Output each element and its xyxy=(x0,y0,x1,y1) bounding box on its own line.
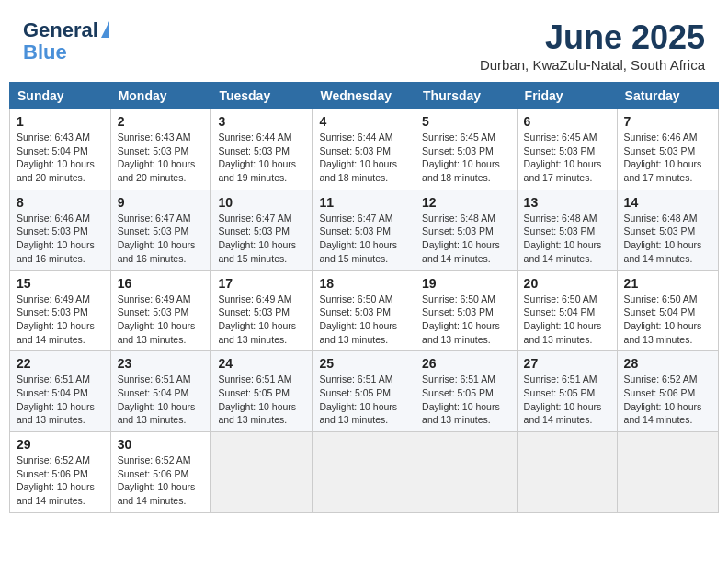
day-info: Sunrise: 6:52 AM Sunset: 5:06 PM Dayligh… xyxy=(624,373,711,427)
day-info: Sunrise: 6:51 AM Sunset: 5:05 PM Dayligh… xyxy=(422,373,510,427)
day-number: 7 xyxy=(624,114,711,129)
day-number: 17 xyxy=(218,276,305,291)
day-info: Sunrise: 6:50 AM Sunset: 5:03 PM Dayligh… xyxy=(319,293,408,347)
day-info: Sunrise: 6:50 AM Sunset: 5:04 PM Dayligh… xyxy=(624,293,711,347)
day-info: Sunrise: 6:46 AM Sunset: 5:03 PM Dayligh… xyxy=(624,131,711,185)
week-row-1: 1Sunrise: 6:43 AM Sunset: 5:04 PM Daylig… xyxy=(10,109,719,190)
calendar-cell: 30Sunrise: 6:52 AM Sunset: 5:06 PM Dayli… xyxy=(110,432,211,513)
calendar-cell: 20Sunrise: 6:50 AM Sunset: 5:04 PM Dayli… xyxy=(517,270,617,351)
header-sunday: Sunday xyxy=(10,83,111,109)
header-wednesday: Wednesday xyxy=(313,83,415,109)
day-info: Sunrise: 6:52 AM Sunset: 5:06 PM Dayligh… xyxy=(118,454,205,508)
calendar-cell: 8Sunrise: 6:46 AM Sunset: 5:03 PM Daylig… xyxy=(10,190,111,270)
day-info: Sunrise: 6:52 AM Sunset: 5:06 PM Dayligh… xyxy=(17,454,104,508)
day-number: 10 xyxy=(218,195,305,210)
calendar-cell: 11Sunrise: 6:47 AM Sunset: 5:03 PM Dayli… xyxy=(313,190,415,270)
day-info: Sunrise: 6:44 AM Sunset: 5:03 PM Dayligh… xyxy=(319,131,408,185)
day-info: Sunrise: 6:45 AM Sunset: 5:03 PM Dayligh… xyxy=(422,131,510,185)
day-number: 4 xyxy=(319,114,408,129)
calendar-cell: 12Sunrise: 6:48 AM Sunset: 5:03 PM Dayli… xyxy=(415,190,518,270)
day-number: 25 xyxy=(319,356,408,371)
logo-triangle-icon xyxy=(101,21,109,38)
header-tuesday: Tuesday xyxy=(211,83,313,109)
day-info: Sunrise: 6:51 AM Sunset: 5:05 PM Dayligh… xyxy=(319,373,408,427)
logo-blue-text: Blue xyxy=(23,40,67,63)
logo: General Blue xyxy=(23,18,109,64)
week-row-2: 8Sunrise: 6:46 AM Sunset: 5:03 PM Daylig… xyxy=(10,190,719,270)
logo-general: General xyxy=(23,18,98,42)
day-info: Sunrise: 6:46 AM Sunset: 5:03 PM Dayligh… xyxy=(17,212,104,266)
day-number: 6 xyxy=(524,114,610,129)
calendar-header: SundayMondayTuesdayWednesdayThursdayFrid… xyxy=(10,83,719,109)
day-number: 28 xyxy=(624,356,711,371)
day-number: 19 xyxy=(422,276,510,291)
day-info: Sunrise: 6:51 AM Sunset: 5:04 PM Dayligh… xyxy=(118,373,205,427)
day-number: 12 xyxy=(422,195,510,210)
day-number: 22 xyxy=(17,356,104,371)
day-number: 15 xyxy=(17,276,104,291)
calendar-cell xyxy=(313,432,415,513)
calendar-cell: 9Sunrise: 6:47 AM Sunset: 5:03 PM Daylig… xyxy=(110,190,211,270)
calendar-cell xyxy=(415,432,518,513)
page-header: General Blue June 2025 Durban, KwaZulu-N… xyxy=(9,9,719,77)
day-number: 30 xyxy=(118,437,205,452)
calendar-cell: 16Sunrise: 6:49 AM Sunset: 5:03 PM Dayli… xyxy=(110,270,211,351)
calendar-cell: 17Sunrise: 6:49 AM Sunset: 5:03 PM Dayli… xyxy=(211,270,313,351)
week-row-4: 22Sunrise: 6:51 AM Sunset: 5:04 PM Dayli… xyxy=(10,351,719,432)
subtitle: Durban, KwaZulu-Natal, South Africa xyxy=(480,57,705,73)
day-info: Sunrise: 6:45 AM Sunset: 5:03 PM Dayligh… xyxy=(524,131,610,185)
day-info: Sunrise: 6:51 AM Sunset: 5:05 PM Dayligh… xyxy=(218,373,305,427)
calendar-cell: 2Sunrise: 6:43 AM Sunset: 5:03 PM Daylig… xyxy=(110,109,211,190)
day-info: Sunrise: 6:50 AM Sunset: 5:04 PM Dayligh… xyxy=(524,293,610,347)
day-number: 16 xyxy=(118,276,205,291)
calendar-cell: 4Sunrise: 6:44 AM Sunset: 5:03 PM Daylig… xyxy=(313,109,415,190)
header-row: SundayMondayTuesdayWednesdayThursdayFrid… xyxy=(10,83,719,109)
day-info: Sunrise: 6:47 AM Sunset: 5:03 PM Dayligh… xyxy=(118,212,205,266)
calendar-cell: 26Sunrise: 6:51 AM Sunset: 5:05 PM Dayli… xyxy=(415,351,518,432)
day-info: Sunrise: 6:47 AM Sunset: 5:03 PM Dayligh… xyxy=(319,212,408,266)
day-number: 9 xyxy=(118,195,205,210)
day-info: Sunrise: 6:51 AM Sunset: 5:04 PM Dayligh… xyxy=(17,373,104,427)
day-info: Sunrise: 6:49 AM Sunset: 5:03 PM Dayligh… xyxy=(118,293,205,347)
calendar-cell: 23Sunrise: 6:51 AM Sunset: 5:04 PM Dayli… xyxy=(110,351,211,432)
calendar-cell: 7Sunrise: 6:46 AM Sunset: 5:03 PM Daylig… xyxy=(617,109,718,190)
day-number: 13 xyxy=(524,195,610,210)
day-number: 1 xyxy=(17,114,104,129)
calendar-cell: 5Sunrise: 6:45 AM Sunset: 5:03 PM Daylig… xyxy=(415,109,518,190)
day-info: Sunrise: 6:48 AM Sunset: 5:03 PM Dayligh… xyxy=(624,212,711,266)
day-info: Sunrise: 6:48 AM Sunset: 5:03 PM Dayligh… xyxy=(524,212,610,266)
calendar-cell xyxy=(517,432,617,513)
day-number: 14 xyxy=(624,195,711,210)
calendar-body: 1Sunrise: 6:43 AM Sunset: 5:04 PM Daylig… xyxy=(10,109,719,513)
main-title: June 2025 xyxy=(480,18,705,57)
day-info: Sunrise: 6:48 AM Sunset: 5:03 PM Dayligh… xyxy=(422,212,510,266)
day-number: 5 xyxy=(422,114,510,129)
calendar-cell: 1Sunrise: 6:43 AM Sunset: 5:04 PM Daylig… xyxy=(10,109,111,190)
day-info: Sunrise: 6:44 AM Sunset: 5:03 PM Dayligh… xyxy=(218,131,305,185)
day-info: Sunrise: 6:49 AM Sunset: 5:03 PM Dayligh… xyxy=(17,293,104,347)
day-number: 26 xyxy=(422,356,510,371)
calendar-cell: 21Sunrise: 6:50 AM Sunset: 5:04 PM Dayli… xyxy=(617,270,718,351)
day-number: 3 xyxy=(218,114,305,129)
day-number: 18 xyxy=(319,276,408,291)
calendar-cell: 29Sunrise: 6:52 AM Sunset: 5:06 PM Dayli… xyxy=(10,432,111,513)
day-number: 11 xyxy=(319,195,408,210)
day-number: 8 xyxy=(17,195,104,210)
calendar-cell xyxy=(617,432,718,513)
calendar-cell: 19Sunrise: 6:50 AM Sunset: 5:03 PM Dayli… xyxy=(415,270,518,351)
day-number: 23 xyxy=(118,356,205,371)
calendar-table: SundayMondayTuesdayWednesdayThursdayFrid… xyxy=(9,82,719,513)
calendar-cell xyxy=(211,432,313,513)
day-info: Sunrise: 6:49 AM Sunset: 5:03 PM Dayligh… xyxy=(218,293,305,347)
week-row-3: 15Sunrise: 6:49 AM Sunset: 5:03 PM Dayli… xyxy=(10,270,719,351)
week-row-5: 29Sunrise: 6:52 AM Sunset: 5:06 PM Dayli… xyxy=(10,432,719,513)
calendar-cell: 13Sunrise: 6:48 AM Sunset: 5:03 PM Dayli… xyxy=(517,190,617,270)
header-saturday: Saturday xyxy=(617,83,718,109)
day-number: 2 xyxy=(118,114,205,129)
calendar-cell: 18Sunrise: 6:50 AM Sunset: 5:03 PM Dayli… xyxy=(313,270,415,351)
title-area: June 2025 Durban, KwaZulu-Natal, South A… xyxy=(480,18,705,73)
day-info: Sunrise: 6:43 AM Sunset: 5:04 PM Dayligh… xyxy=(17,131,104,185)
day-number: 29 xyxy=(17,437,104,452)
calendar-cell: 27Sunrise: 6:51 AM Sunset: 5:05 PM Dayli… xyxy=(517,351,617,432)
day-info: Sunrise: 6:51 AM Sunset: 5:05 PM Dayligh… xyxy=(524,373,610,427)
